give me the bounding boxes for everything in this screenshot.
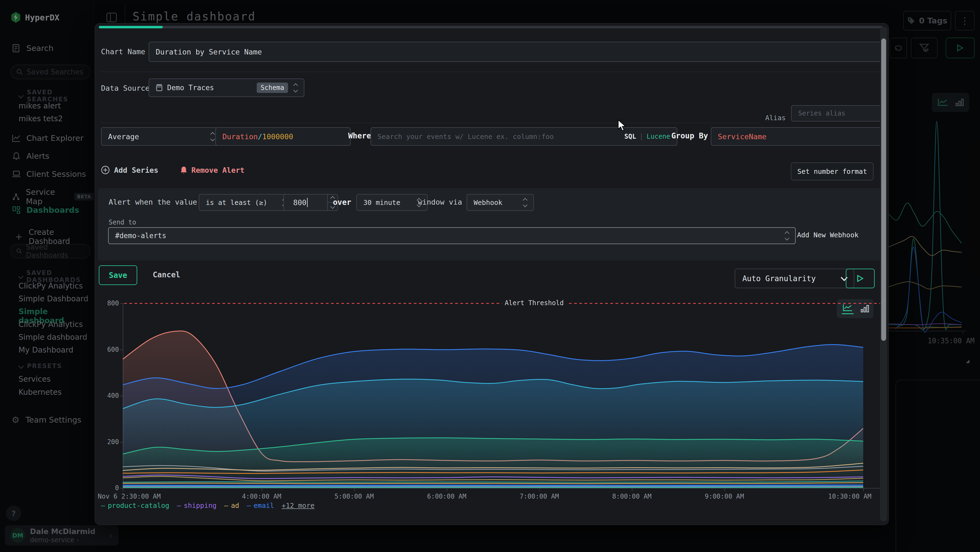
alias-placeholder: Series alias xyxy=(798,110,845,117)
select-chevrons-icon xyxy=(294,84,297,92)
screen: HyperDX Search Saved Searches SAVED SEAR… xyxy=(0,0,980,552)
formula-denominator: 1000000 xyxy=(262,132,293,141)
formula-input[interactable]: Duration/1000000 xyxy=(215,127,351,146)
over-label: over xyxy=(333,198,351,207)
modal-scrollbar-thumb[interactable] xyxy=(881,38,886,341)
sql-toggle[interactable]: SQL xyxy=(624,133,636,140)
select-chevrons-icon xyxy=(523,199,527,206)
alias-label: Alias xyxy=(765,114,786,122)
x-tick-label: 4:00:00 AM xyxy=(215,493,308,500)
legend-item: —email xyxy=(247,502,274,509)
x-tick-label: 9:00:00 AM xyxy=(678,493,771,500)
y-tick-label: 0 xyxy=(95,484,119,492)
x-tick-label: 7:00:00 AM xyxy=(493,493,585,500)
add-series-button[interactable]: Add Series xyxy=(101,166,158,174)
legend-item: —product-catalog xyxy=(101,502,169,509)
select-chevrons-icon xyxy=(211,133,214,140)
y-tick-label: 400 xyxy=(95,392,119,399)
group-by-label: Group By xyxy=(671,131,708,140)
window-via-label: window via xyxy=(418,198,462,206)
chart-name-input[interactable]: Duration by Service Name xyxy=(149,42,887,62)
alert-window-select[interactable]: 30 minute xyxy=(356,194,428,211)
data-source-label: Data Source xyxy=(101,84,150,93)
set-number-format-button[interactable]: Set number format xyxy=(791,163,873,180)
select-chevrons-icon xyxy=(785,232,789,240)
run-chart-button[interactable] xyxy=(846,269,875,288)
formula-op: / xyxy=(258,132,262,141)
edit-chart-modal: Chart Name Duration by Service Name Data… xyxy=(95,23,889,525)
search-input[interactable]: Search your events w/ Lucene ex. column:… xyxy=(371,127,677,146)
save-button[interactable]: Save xyxy=(99,265,137,285)
plus-circle-icon xyxy=(101,166,110,174)
alias-input[interactable]: Series alias xyxy=(791,105,887,121)
lucene-toggle[interactable]: Lucene xyxy=(646,133,670,140)
play-icon xyxy=(857,274,864,282)
x-tick-label: 5:00:00 AM xyxy=(308,493,401,500)
progress-fill xyxy=(99,26,163,28)
mouse-cursor xyxy=(617,119,628,132)
y-tick-label: 800 xyxy=(95,300,119,307)
alert-threshold-input[interactable]: 800 xyxy=(283,194,338,211)
x-tick-label: 6:00:00 AM xyxy=(401,493,493,500)
chart-legend: —product-catalog—shipping—ad—email+12 mo… xyxy=(101,502,314,509)
y-tick-label: 200 xyxy=(95,438,119,446)
add-new-webhook-link[interactable]: Add New Webhook xyxy=(797,231,859,239)
legend-item: —shipping xyxy=(177,502,216,509)
y-tick-label: 600 xyxy=(95,346,119,353)
cancel-button[interactable]: Cancel xyxy=(153,270,180,279)
alert-condition-select[interactable]: is at least (≥) xyxy=(199,194,293,211)
alert-channel-select[interactable]: Webhook xyxy=(466,194,534,211)
duration-by-service-chart[interactable] xyxy=(123,303,863,488)
alert-bell-icon xyxy=(180,166,188,174)
legend-item: —ad xyxy=(224,502,239,509)
chart-name-label: Chart Name xyxy=(101,48,145,56)
text-caret xyxy=(307,198,308,207)
x-tick-label: 8:00:00 AM xyxy=(585,493,678,500)
database-icon xyxy=(156,84,163,91)
data-source-select[interactable]: Demo Traces Schema xyxy=(149,78,304,97)
x-tick-label: 10:30:00 AM xyxy=(779,493,871,500)
remove-alert-button[interactable]: Remove Alert xyxy=(180,166,245,174)
alert-prefix-label: Alert when the value xyxy=(109,198,197,206)
where-label: Where xyxy=(348,131,371,140)
group-by-input[interactable]: ServiceName xyxy=(711,127,887,146)
divider xyxy=(101,72,883,72)
x-axis-line xyxy=(123,488,882,488)
search-placeholder: Search your events w/ Lucene ex. column:… xyxy=(377,133,554,140)
aggregation-select[interactable]: Average xyxy=(101,127,221,146)
granularity-select[interactable]: Auto Granularity xyxy=(735,269,854,288)
formula-field: Duration xyxy=(223,132,258,141)
legend-more-link[interactable]: +12 more xyxy=(282,502,314,509)
send-to-select[interactable]: #demo-alerts xyxy=(108,227,796,244)
progress-track xyxy=(99,26,882,28)
send-to-label: Send to xyxy=(109,219,136,226)
schema-badge: Schema xyxy=(257,83,288,93)
x-tick-label: Nov 6 2:30:00 AM xyxy=(98,493,190,500)
